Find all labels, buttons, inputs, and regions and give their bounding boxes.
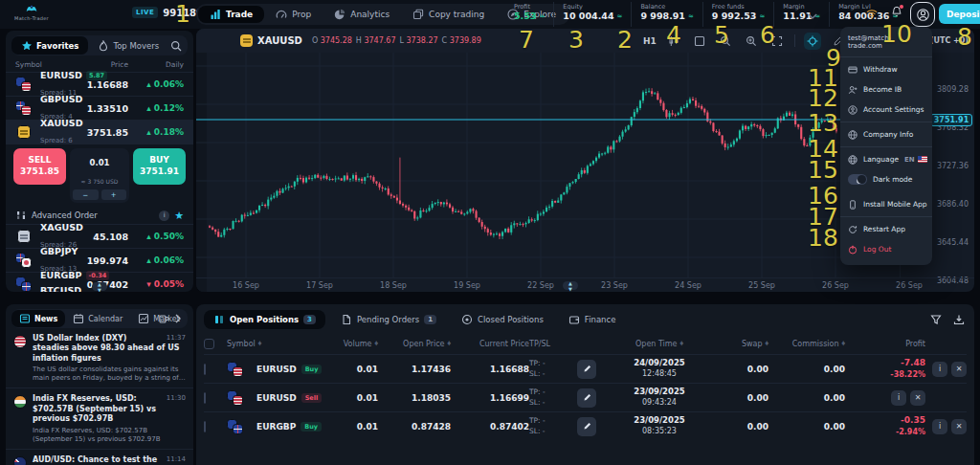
- app-logo[interactable]: Match-Trader: [10, 3, 54, 21]
- buy-button[interactable]: BUY3751.91: [133, 148, 186, 185]
- advanced-order-icon: [15, 210, 27, 221]
- position-info-icon[interactable]: i: [932, 419, 947, 434]
- annotation-number-10: 10: [881, 20, 912, 48]
- positions-tab-finance[interactable]: Finance: [559, 310, 626, 329]
- watchlist-tab-top-movers[interactable]: Top Movers: [88, 36, 168, 55]
- news-more-tabs[interactable]: [158, 313, 184, 324]
- position-row-eurusd-buy[interactable]: EURUSDBuy0.011.174361.16688TP: -SL: -24/…: [204, 354, 967, 383]
- sort-icon[interactable]: ▲▼: [258, 342, 261, 346]
- calendar-icon: [73, 313, 84, 324]
- bar-chart-icon: [210, 9, 221, 20]
- select-all-checkbox[interactable]: [204, 339, 214, 349]
- menu-item-restart-app[interactable]: Restart App: [840, 219, 932, 239]
- chart-area-icon[interactable]: [691, 33, 708, 50]
- positions-tab-pending-orders[interactable]: Pending Orders1: [331, 310, 446, 329]
- col-open-time: Open Time▲▼: [610, 340, 709, 348]
- position-info-icon[interactable]: i: [932, 362, 947, 377]
- tab-label: Pending Orders: [357, 315, 419, 324]
- menu-item-become-ib[interactable]: Become IB: [840, 79, 932, 100]
- watchlist-row-xagusd[interactable]: XAGUSDSpread: 2645.108▴ 0.50%: [6, 224, 193, 248]
- account-type-badge: LIVE: [132, 7, 158, 18]
- watchlist-row-eurusd[interactable]: EURUSD5.87Spread: 111.16688▴ 0.06%: [6, 72, 193, 96]
- news-tab-calendar[interactable]: Calendar: [65, 310, 130, 327]
- menu-item-company-info[interactable]: Company Info: [840, 124, 932, 144]
- export-download-icon[interactable]: [953, 314, 965, 325]
- chevron-right-icon[interactable]: [172, 313, 184, 324]
- favorite-star-icon[interactable]: ★: [174, 210, 184, 222]
- notifications-bell-icon[interactable]: [891, 6, 902, 17]
- watchlist-row-gbpjpy[interactable]: GBPJPYSpread: 13199.974▴ 0.06%: [6, 248, 193, 272]
- col-current-price: Current Price: [451, 340, 529, 348]
- news-item[interactable]: 11:37US Dollar Index (DXY) steadies abov…: [6, 328, 193, 388]
- menu-item-install-mobile-app[interactable]: Install Mobile App: [840, 194, 932, 214]
- us-flag-icon: [918, 156, 927, 163]
- profit: -7.48-38.22%: [845, 358, 925, 380]
- current-price: 1.16699: [451, 393, 529, 403]
- info-icon[interactable]: i: [159, 210, 169, 221]
- price-tick: 3809.28: [937, 85, 969, 94]
- news-tab-news[interactable]: News: [11, 310, 65, 327]
- time-axis[interactable]: 16 Sep17 Sep18 Sep19 Sep22 Sep23 Sep24 S…: [196, 277, 974, 292]
- collapse-stats-chevron-icon[interactable]: [807, 11, 818, 22]
- candlestick-chart[interactable]: [196, 53, 900, 277]
- position-row-eurusd-sell[interactable]: EURUSDSell0.011.180351.16699TP: -SL: -23…: [204, 383, 967, 411]
- nav-tab-analytics[interactable]: Analytics: [323, 6, 401, 23]
- sort-icon[interactable]: ▲▼: [680, 342, 683, 346]
- news-item[interactable]: 11:30India FX Reserves, USD: $702.57B (S…: [6, 388, 193, 448]
- menu-item-account-settings[interactable]: Account Settings: [840, 100, 932, 120]
- zoom-in-icon[interactable]: [743, 33, 760, 50]
- positions-tab-open-positions[interactable]: Open Positions3: [204, 310, 325, 329]
- timeframe-button[interactable]: H1: [643, 36, 657, 46]
- row-checkbox[interactable]: [204, 421, 206, 432]
- watchlist-row-xauusd[interactable]: XAUUSDSpread: 63751.85▴ 0.18%: [6, 120, 193, 144]
- close-position-icon[interactable]: ✕: [910, 390, 925, 406]
- menu-item-withdraw[interactable]: Withdraw: [840, 59, 932, 79]
- stat-label: Equity: [563, 3, 622, 11]
- edit-position-button[interactable]: [577, 388, 596, 408]
- notification-dot: [900, 5, 903, 9]
- position-info-icon[interactable]: i: [891, 390, 906, 406]
- approx-icon: ≈: [688, 12, 694, 20]
- menu-item-label: Become IB: [863, 85, 902, 94]
- edit-position-button[interactable]: [577, 417, 596, 436]
- menu-item-log-out[interactable]: Log Out: [840, 239, 932, 259]
- chart-resize-handle[interactable]: ▲▼: [563, 281, 578, 290]
- news-item[interactable]: 11:14AUD/USD: Chance to test the major s…: [6, 449, 193, 465]
- row-checkbox[interactable]: [204, 392, 206, 404]
- dark-mode-toggle[interactable]: [848, 174, 867, 185]
- search-icon[interactable]: [170, 40, 182, 52]
- watchlist-tab-favorites[interactable]: Favorites: [11, 36, 88, 55]
- time-tick: 26 Sep: [822, 281, 849, 290]
- volume-increase-button[interactable]: +: [101, 189, 127, 200]
- us-flag-icon: [13, 335, 27, 348]
- edit-position-button[interactable]: [577, 360, 596, 379]
- volume-decrease-button[interactable]: −: [73, 189, 99, 200]
- symbol-price: 45.108: [78, 232, 128, 242]
- commission: 0.00: [768, 393, 845, 403]
- col-volume: Volume▲▼: [323, 340, 378, 348]
- close-position-icon[interactable]: ✕: [951, 419, 967, 434]
- nav-tab-trade[interactable]: Trade: [198, 6, 264, 23]
- watchlist-panel: FavoritesTop Movers Symbol Price Daily E…: [6, 31, 193, 292]
- menu-item-label: Log Out: [863, 245, 891, 254]
- watchlist-row-gbpusd[interactable]: GBPUSDSpread: 41.33510▴ 0.12%: [6, 96, 193, 120]
- positions-tab-closed-positions[interactable]: Closed Positions: [452, 310, 553, 329]
- menu-item-dark-mode[interactable]: Dark mode: [840, 169, 932, 189]
- time-tick: 17 Sep: [306, 281, 333, 290]
- nav-tab-prop[interactable]: Prop: [264, 6, 323, 23]
- crosshair-tool-icon[interactable]: [804, 33, 821, 50]
- position-row-eurgbp-buy[interactable]: EURGBPBuy0.010.874280.87402TP: -SL: -23/…: [204, 411, 967, 440]
- user-menu-button[interactable]: [910, 2, 935, 27]
- symbol-name: XAGUSD: [40, 222, 78, 232]
- close-position-icon[interactable]: ✕: [951, 362, 967, 377]
- nav-tab-copy-trading[interactable]: Copy trading: [401, 6, 496, 23]
- filter-icon[interactable]: [930, 314, 942, 325]
- advanced-order-row[interactable]: Advanced Orderi★: [6, 207, 193, 224]
- menu-item-language[interactable]: LanguageEN: [840, 149, 932, 169]
- row-checkbox[interactable]: [204, 364, 206, 375]
- moon-icon: [856, 176, 865, 186]
- volume-box: 0.01≈ 3 750 USD−+: [70, 148, 129, 203]
- deposit-button[interactable]: Deposit: [939, 4, 980, 24]
- sell-button[interactable]: SELL3751.85: [13, 148, 66, 185]
- watchlist-resize-handle[interactable]: ▲▼: [92, 282, 107, 291]
